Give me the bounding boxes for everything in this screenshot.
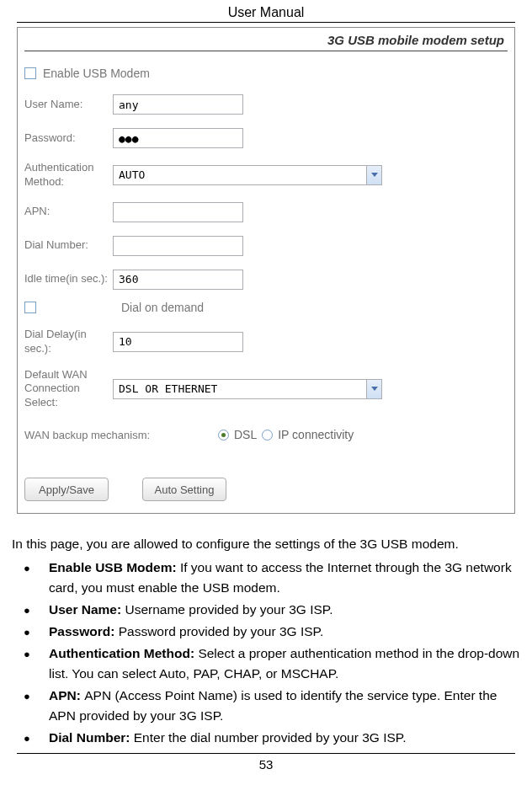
enable-usb-label: Enable USB Modem: [43, 67, 150, 80]
username-label: User Name:: [24, 98, 113, 112]
default-wan-label: Default WAN Connection Select:: [24, 366, 113, 413]
idle-time-input[interactable]: 360: [113, 270, 243, 290]
panel-title: 3G USB mobile modem setup: [24, 31, 508, 51]
enable-usb-row: Enable USB Modem: [24, 67, 508, 80]
username-input[interactable]: any: [113, 94, 243, 115]
list-item: APN: APN (Access Point Name) is used to …: [49, 686, 520, 726]
apn-row: APN:: [24, 200, 508, 225]
dial-number-input[interactable]: [113, 236, 243, 256]
dial-number-row: Dial Number:: [24, 233, 508, 259]
svg-marker-0: [371, 173, 378, 177]
username-row: User Name: any: [24, 92, 508, 117]
doc-body: In this page, you are allowed to configu…: [12, 534, 520, 748]
list-item: Password: Password provided by your 3G I…: [49, 622, 520, 642]
chevron-down-icon: [366, 380, 381, 398]
modem-setup-panel: 3G USB mobile modem setup Enable USB Mod…: [17, 27, 515, 514]
dial-delay-label: Dial Delay(in sec.):: [24, 326, 113, 358]
page-number: 53: [17, 753, 515, 772]
default-wan-row: Default WAN Connection Select: DSL OR ET…: [24, 366, 508, 413]
dsl-radio-label: DSL: [234, 428, 257, 441]
default-wan-select[interactable]: DSL OR ETHERNET: [113, 379, 382, 399]
dial-on-demand-checkbox[interactable]: [24, 302, 36, 313]
auth-method-value: AUTO: [119, 168, 145, 181]
chevron-down-icon: [366, 166, 381, 184]
dial-on-demand-row: Dial on demand: [24, 301, 508, 314]
list-item: User Name: Username provided by your 3G …: [49, 600, 520, 620]
dial-on-demand-label: Dial on demand: [121, 301, 204, 314]
page-header: User Manual: [17, 0, 515, 23]
password-input[interactable]: ●●●: [113, 128, 243, 148]
button-row: Apply/Save Auto Setting: [24, 478, 508, 501]
list-item: Dial Number: Enter the dial number provi…: [49, 728, 520, 748]
apn-input[interactable]: [113, 202, 243, 222]
auth-method-select[interactable]: AUTO: [113, 165, 382, 185]
apply-save-button[interactable]: Apply/Save: [24, 478, 109, 501]
doc-list: Enable USB Modem: If you want to access …: [12, 558, 520, 748]
apn-label: APN:: [24, 205, 113, 219]
list-item: Enable USB Modem: If you want to access …: [49, 558, 520, 598]
wan-backup-radio-group: DSL IP connectivity: [218, 428, 354, 441]
enable-usb-checkbox[interactable]: [24, 67, 36, 79]
dial-delay-input[interactable]: 10: [113, 332, 243, 352]
ip-radio-label: IP connectivity: [278, 428, 354, 441]
dsl-radio[interactable]: [218, 430, 229, 441]
idle-time-label: Idle time(in sec.):: [24, 270, 113, 288]
dial-delay-row: Dial Delay(in sec.): 10: [24, 326, 508, 358]
ip-radio[interactable]: [262, 430, 273, 441]
password-label: Password:: [24, 131, 113, 146]
idle-time-row: Idle time(in sec.): 360: [24, 267, 508, 292]
dial-number-label: Dial Number:: [24, 238, 113, 253]
auth-method-label: Authentication Method:: [24, 159, 113, 191]
auto-setting-button[interactable]: Auto Setting: [142, 478, 226, 501]
password-row: Password: ●●●: [24, 125, 508, 151]
wan-backup-label: WAN backup mechanism:: [24, 429, 218, 441]
doc-intro: In this page, you are allowed to configu…: [12, 534, 520, 554]
auth-method-row: Authentication Method: AUTO: [24, 159, 508, 191]
wan-backup-row: WAN backup mechanism: DSL IP connectivit…: [24, 422, 508, 447]
svg-marker-1: [371, 387, 378, 391]
default-wan-value: DSL OR ETHERNET: [119, 382, 217, 395]
list-item: Authentication Method: Select a proper a…: [49, 643, 520, 684]
